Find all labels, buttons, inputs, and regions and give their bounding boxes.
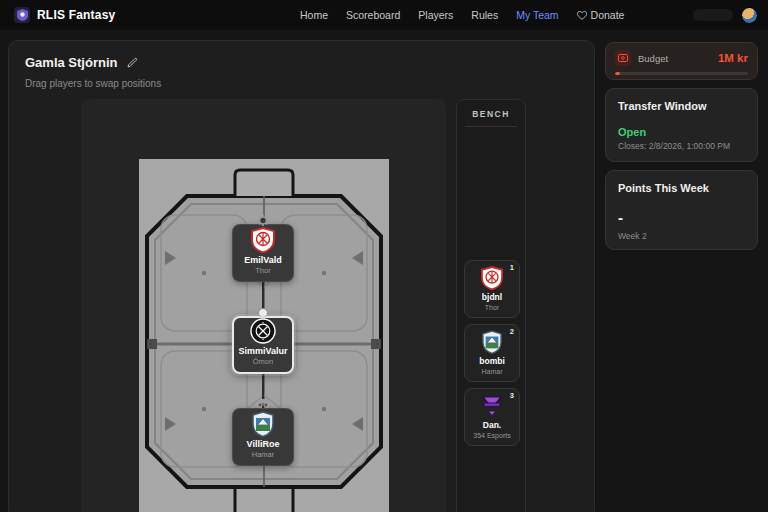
bench-slot-number: 2	[510, 327, 514, 336]
app-logo-icon	[14, 7, 30, 23]
points-week-label: Week 2	[618, 231, 745, 241]
edit-team-name-button[interactable]	[127, 57, 138, 68]
nav-donate[interactable]: Donate	[577, 9, 625, 21]
player-name: VilliRoe	[247, 439, 280, 450]
points-this-week-card: Points This Week - Week 2	[605, 170, 758, 250]
budget-label: Budget	[638, 53, 711, 64]
bench-card-bombi[interactable]: 2 bombi Hamar	[464, 324, 520, 382]
budget-progress-fill	[615, 72, 620, 75]
player-name: EmilVald	[244, 255, 282, 266]
team-name: Gamla Stjórnin	[25, 55, 117, 70]
heart-icon	[577, 11, 587, 20]
player-name: SimmiValur	[238, 346, 287, 357]
nav-players[interactable]: Players	[418, 9, 453, 21]
wheels-role-icon	[256, 398, 271, 408]
bench-title: BENCH	[457, 109, 525, 119]
player-team: Thor	[255, 266, 270, 276]
thor-crest-icon	[251, 227, 275, 253]
hamar-crest-icon	[482, 330, 502, 354]
nav-links: Home Scoreboard Players Rules My Team Do…	[300, 9, 624, 21]
nav-my-team[interactable]: My Team	[516, 9, 558, 21]
thor-crest-icon	[481, 266, 503, 290]
player-card-villiroe[interactable]: VilliRoe Hamar	[232, 408, 294, 466]
bench-card-dan[interactable]: 3 Dan. 354 Esports	[464, 388, 520, 446]
divider	[465, 126, 517, 127]
hamar-crest-icon	[252, 411, 274, 437]
player-card-emilvald[interactable]: EmilVald Thor	[232, 224, 294, 282]
omon-crest-icon	[250, 318, 276, 344]
budget-progress-bar	[615, 72, 748, 75]
budget-card: Budget 1M kr	[605, 42, 758, 80]
transfer-window-title: Transfer Window	[618, 100, 745, 112]
transfer-window-card: Transfer Window Open Closes: 2/8/2026, 1…	[605, 88, 758, 162]
bench-player-name: Dan.	[483, 420, 501, 431]
354-esports-crest-icon	[480, 394, 504, 418]
my-team-panel: Gamla Stjórnin Drag players to swap posi…	[8, 40, 595, 512]
player-team: Ómon	[253, 357, 273, 367]
pencil-icon	[127, 57, 138, 68]
nav-scoreboard[interactable]: Scoreboard	[346, 9, 400, 21]
bench-slot-number: 3	[510, 391, 514, 400]
bench-player-team: Thor	[485, 303, 499, 312]
field-area: EmilVald Thor SimmiValur Ómon	[81, 99, 446, 512]
top-nav: RLIS Fantasy Home Scoreboard Players Rul…	[0, 0, 768, 30]
wallet-icon	[615, 50, 631, 66]
points-title: Points This Week	[618, 182, 745, 194]
player-card-simmivalur[interactable]: SimmiValur Ómon	[232, 316, 294, 374]
bench-slot-number: 1	[510, 263, 514, 272]
bench-panel: BENCH 1 bjdnl Thor 2	[456, 99, 526, 512]
glove-role-icon	[257, 307, 270, 320]
bench-player-team: Hamar	[481, 367, 502, 376]
bench-player-name: bombi	[479, 356, 505, 367]
user-pill	[693, 9, 733, 21]
transfer-window-status: Open	[618, 126, 745, 138]
user-avatar[interactable]	[741, 7, 758, 24]
transfer-window-closes: Closes: 2/8/2026, 1:00:00 PM	[618, 141, 745, 151]
gear-role-icon	[257, 214, 270, 227]
budget-value: 1M kr	[718, 52, 748, 64]
nav-rules[interactable]: Rules	[471, 9, 498, 21]
bench-player-team: 354 Esports	[473, 431, 510, 440]
player-team: Hamar	[252, 450, 275, 460]
nav-donate-label: Donate	[591, 9, 625, 21]
points-value: -	[618, 210, 745, 225]
nav-home[interactable]: Home	[300, 9, 328, 21]
bench-player-name: bjdnl	[482, 292, 502, 303]
drag-hint: Drag players to swap positions	[25, 78, 578, 89]
sidebar: Budget 1M kr Transfer Window Open Closes…	[605, 42, 758, 250]
app-title: RLIS Fantasy	[37, 8, 115, 22]
app-brand[interactable]: RLIS Fantasy	[14, 7, 115, 23]
bench-card-bjdnl[interactable]: 1 bjdnl Thor	[464, 260, 520, 318]
